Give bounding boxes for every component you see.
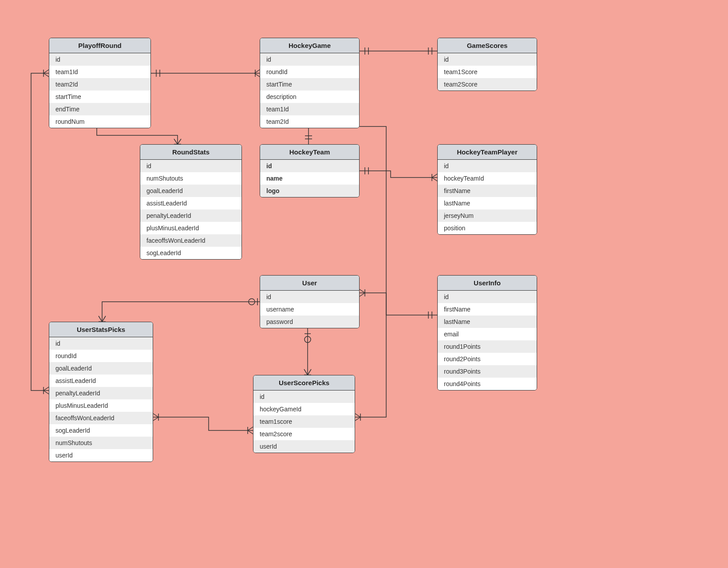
attr: startTime [260, 78, 359, 91]
attr: id [438, 53, 537, 66]
entity-header: User [260, 276, 359, 291]
entity-header: UserScorePicks [253, 375, 355, 390]
attr: lastName [438, 197, 537, 209]
attr: lastName [438, 316, 537, 328]
entity-user[interactable]: User id username password [260, 275, 360, 328]
entity-user-info[interactable]: UserInfo id firstName lastName email rou… [437, 275, 537, 390]
attr: round4Points [438, 378, 537, 390]
entity-attrs: id roundId goalLeaderId assistLeaderId p… [49, 337, 153, 462]
entity-attrs: id hockeyTeamId firstName lastName jerse… [438, 160, 537, 234]
attr: password [260, 316, 359, 328]
attr: startTime [49, 91, 150, 103]
attr: id [253, 390, 355, 403]
svg-line-49 [102, 316, 106, 322]
attr: position [438, 222, 537, 234]
svg-line-4 [254, 70, 260, 73]
entity-attrs: id roundId startTime description team1Id… [260, 53, 359, 128]
entity-header: RoundStats [140, 145, 241, 160]
attr: jerseyNum [438, 209, 537, 222]
attr: id [438, 291, 537, 303]
attr: firstName [438, 303, 537, 316]
attr: sogLeaderId [140, 247, 241, 259]
attr: plusMinusLeaderId [140, 222, 241, 234]
svg-line-16 [178, 139, 181, 144]
attr: numShutouts [49, 437, 153, 449]
attr: sogLeaderId [49, 424, 153, 437]
entity-header: UserInfo [438, 276, 537, 291]
entity-attrs: id username password [260, 291, 359, 328]
attr: description [260, 91, 359, 103]
entity-attrs: id team1Id team2Id startTime endTime rou… [49, 53, 150, 128]
svg-line-38 [355, 417, 360, 421]
entity-header: PlayoffRound [49, 38, 150, 53]
attr: userId [49, 449, 153, 462]
attr: id [49, 53, 150, 66]
attr: team1score [253, 415, 355, 428]
attr: id [260, 53, 359, 66]
attr: hockeyGameId [253, 403, 355, 415]
entity-user-score-picks[interactable]: UserScorePicks id hockeyGameId team1scor… [253, 375, 355, 453]
svg-line-30 [360, 293, 365, 296]
svg-line-48 [99, 316, 102, 322]
attr: username [260, 303, 359, 316]
attr: round1Points [438, 340, 537, 353]
attr: team1Id [49, 66, 150, 78]
attr: userId [253, 440, 355, 453]
svg-line-51 [44, 70, 49, 73]
entity-hockey-team-player[interactable]: HockeyTeamPlayer id hockeyTeamId firstNa… [437, 144, 537, 235]
attr: email [438, 328, 537, 340]
attr: team2Score [438, 78, 537, 91]
entity-user-stats-picks[interactable]: UserStatsPicks id roundId goalLeaderId a… [49, 322, 153, 462]
attr: firstName [438, 185, 537, 197]
attr: id [260, 160, 359, 172]
entity-game-scores[interactable]: GameScores id team1Score team2Score [437, 38, 537, 91]
attr: round2Points [438, 353, 537, 365]
svg-line-57 [153, 414, 158, 417]
svg-line-37 [355, 414, 360, 417]
attr: faceoffsWonLeaderId [140, 234, 241, 247]
svg-line-55 [44, 390, 49, 394]
attr: logo [260, 185, 359, 197]
entity-hockey-team[interactable]: HockeyTeam id name logo [260, 144, 360, 197]
entity-playoff-round[interactable]: PlayoffRound id team1Id team2Id startTim… [49, 38, 151, 128]
entity-attrs: id name logo [260, 160, 359, 197]
attr: roundId [49, 350, 153, 362]
svg-line-43 [304, 369, 308, 375]
attr: goalLeaderId [49, 362, 153, 375]
attr: team1Id [260, 103, 359, 115]
attr: roundNum [49, 115, 150, 128]
attr: id [140, 160, 241, 172]
attr: id [260, 291, 359, 303]
svg-line-15 [174, 139, 178, 144]
attr: team2Id [260, 115, 359, 128]
svg-line-52 [44, 73, 49, 77]
svg-line-60 [248, 427, 253, 430]
svg-line-54 [44, 387, 49, 390]
svg-line-58 [153, 417, 158, 421]
attr: id [438, 160, 537, 172]
attr: team2Id [49, 78, 150, 91]
svg-line-5 [254, 73, 260, 77]
entity-header: UserStatsPicks [49, 322, 153, 337]
svg-line-44 [308, 369, 311, 375]
entity-hockey-game[interactable]: HockeyGame id roundId startTime descript… [260, 38, 360, 128]
attr: round3Points [438, 365, 537, 378]
attr: penaltyLeaderId [49, 387, 153, 399]
attr: team1Score [438, 66, 537, 78]
svg-line-26 [432, 174, 437, 178]
attr: hockeyTeamId [438, 172, 537, 185]
attr: goalLeaderId [140, 185, 241, 197]
attr: assistLeaderId [140, 197, 241, 209]
entity-attrs: id numShutouts goalLeaderId assistLeader… [140, 160, 241, 259]
entity-header: HockeyTeamPlayer [438, 145, 537, 160]
svg-point-40 [305, 336, 311, 343]
entity-attrs: id firstName lastName email round1Points… [438, 291, 537, 390]
svg-line-61 [248, 430, 253, 434]
svg-line-27 [432, 178, 437, 181]
attr: roundId [260, 66, 359, 78]
attr: id [49, 337, 153, 350]
attr: team2score [253, 428, 355, 440]
attr: penaltyLeaderId [140, 209, 241, 222]
svg-point-45 [249, 299, 255, 305]
entity-round-stats[interactable]: RoundStats id numShutouts goalLeaderId a… [140, 144, 242, 260]
